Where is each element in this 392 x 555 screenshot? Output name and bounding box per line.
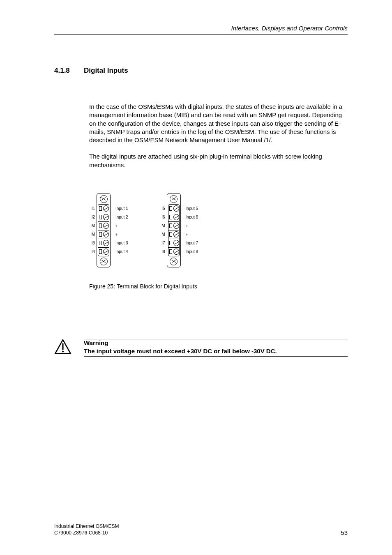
mounting-screw-icon xyxy=(100,195,108,203)
svg-point-2 xyxy=(62,350,64,352)
pin-desc: ⏚ xyxy=(186,230,198,239)
pin-label: M xyxy=(89,221,95,230)
pin-label: M xyxy=(89,230,95,239)
mounting-screw-icon xyxy=(170,258,178,265)
pin-desc: Input 1 xyxy=(115,204,128,213)
body-paragraph-1: In the case of the OSMs/ESMs with digita… xyxy=(89,103,348,144)
pin-label: I1 xyxy=(89,204,95,213)
figure-terminal-blocks: I1 I2 M M I3 I4 xyxy=(89,193,348,267)
footer-docid: C79000-Z8976-C068-10 xyxy=(54,530,119,536)
mounting-screw-icon xyxy=(100,258,108,265)
pin-label: I3 xyxy=(89,239,95,247)
warning-message: The input voltage must not exceed +30V D… xyxy=(84,348,348,357)
pin-desc: Input 2 xyxy=(115,213,128,221)
body-paragraph-2: The digital inputs are attached using si… xyxy=(89,152,348,169)
pin-desc: Input 6 xyxy=(186,213,198,221)
terminal-block-2: I5 I6 M M I7 I8 xyxy=(159,193,198,267)
running-header: Interfaces, Displays and Operator Contro… xyxy=(54,25,348,35)
pin-desc: ⏚ xyxy=(186,221,198,230)
pin-label: I2 xyxy=(89,213,95,221)
warning-icon xyxy=(54,339,71,356)
section-title: Digital Inputs xyxy=(84,67,128,75)
pin-label: M xyxy=(159,221,165,230)
pin-label: I7 xyxy=(159,239,165,247)
figure-caption: Figure 25: Terminal Block for Digital In… xyxy=(89,283,348,290)
pin-label: M xyxy=(159,230,165,239)
footer-product: Industrial Ethernet OSM/ESM xyxy=(54,523,119,530)
pin-label: I5 xyxy=(159,204,165,213)
pin-label: I6 xyxy=(159,213,165,221)
pin-desc: Input 8 xyxy=(186,247,198,256)
pin-desc: Input 7 xyxy=(186,239,198,247)
page-number: 53 xyxy=(341,529,348,536)
pin-desc: Input 3 xyxy=(115,239,128,247)
section-number: 4.1.8 xyxy=(54,67,84,75)
mounting-screw-icon xyxy=(170,195,178,203)
pin-desc: Input 4 xyxy=(115,247,128,256)
pin-label: I8 xyxy=(159,247,165,256)
warning-label: Warning xyxy=(84,339,348,348)
pin-label: I4 xyxy=(89,247,95,256)
pin-desc: Input 5 xyxy=(186,204,198,213)
pin-desc: ⏚ xyxy=(115,221,128,230)
terminal-block-1: I1 I2 M M I3 I4 xyxy=(89,193,128,267)
pin-desc: ⏚ xyxy=(115,230,128,239)
